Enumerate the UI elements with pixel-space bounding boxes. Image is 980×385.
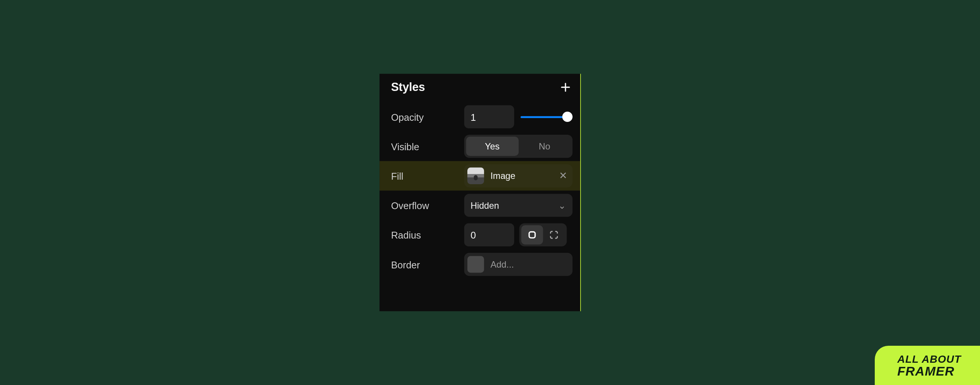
radius-mode-segment bbox=[519, 224, 567, 246]
fill-chip[interactable]: Image ✕ bbox=[465, 164, 573, 187]
opacity-input[interactable]: 1 bbox=[465, 105, 514, 128]
visible-label: Visible bbox=[391, 141, 458, 152]
corners-icon bbox=[549, 230, 559, 240]
radius-per-corner[interactable] bbox=[543, 225, 565, 244]
square-icon bbox=[527, 230, 537, 240]
fill-label: Fill bbox=[391, 170, 458, 181]
add-style-button[interactable] bbox=[558, 80, 572, 94]
opacity-label: Opacity bbox=[391, 111, 458, 122]
radius-uniform[interactable] bbox=[521, 225, 543, 244]
border-value: Add... bbox=[490, 259, 514, 270]
brand-badge: ALL ABOUT FRAMER bbox=[875, 346, 980, 385]
border-swatch-icon bbox=[468, 256, 484, 273]
slider-thumb[interactable] bbox=[562, 112, 573, 122]
visible-no[interactable]: No bbox=[518, 137, 571, 156]
visible-yes[interactable]: Yes bbox=[466, 137, 519, 156]
badge-line-2: FRAMER bbox=[897, 364, 961, 377]
opacity-slider[interactable] bbox=[520, 105, 573, 128]
visible-segment: Yes No bbox=[465, 135, 573, 158]
styles-title: Styles bbox=[391, 80, 425, 94]
fill-chip-label: Image bbox=[490, 171, 515, 181]
border-add[interactable]: Add... bbox=[465, 253, 573, 276]
radius-input[interactable]: 0 bbox=[465, 224, 514, 246]
fill-thumbnail-icon bbox=[468, 168, 484, 184]
border-label: Border bbox=[391, 259, 458, 270]
radius-label: Radius bbox=[391, 230, 458, 240]
overflow-select[interactable]: Hidden ⌄ bbox=[465, 193, 573, 217]
chevron-down-icon: ⌄ bbox=[558, 200, 566, 210]
svg-rect-10 bbox=[529, 232, 535, 238]
plus-icon bbox=[560, 81, 571, 93]
styles-panel: Fill ✕ bbox=[379, 74, 581, 312]
badge-line-1: ALL ABOUT bbox=[897, 354, 961, 364]
overflow-label: Overflow bbox=[391, 200, 458, 211]
overflow-value: Hidden bbox=[471, 200, 499, 210]
remove-fill-icon[interactable]: ✕ bbox=[559, 170, 567, 182]
